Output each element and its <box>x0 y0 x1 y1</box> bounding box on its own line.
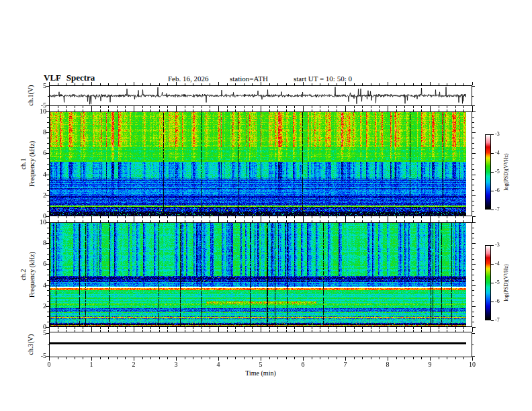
tick-mark <box>388 82 388 85</box>
tick-mark <box>46 105 49 106</box>
y-tick-label: 2 <box>30 191 46 199</box>
tick-mark <box>328 220 329 222</box>
tick-mark <box>218 328 219 332</box>
tick-mark <box>396 106 397 108</box>
tick-mark <box>202 330 202 332</box>
x-tick-label: 7 <box>337 361 353 368</box>
tick-mark <box>47 179 49 180</box>
tick-mark <box>491 264 494 265</box>
tick-mark <box>176 82 177 85</box>
tick-mark <box>320 357 320 359</box>
tick-mark <box>47 233 49 234</box>
tick-mark <box>472 127 474 128</box>
tick-mark <box>134 108 134 111</box>
tick-mark <box>261 82 261 85</box>
tick-mark <box>66 83 66 85</box>
tick-mark <box>337 216 337 218</box>
tick-mark <box>286 83 287 85</box>
tick-mark <box>244 106 245 108</box>
tick-mark <box>252 357 253 359</box>
tick-mark <box>83 83 83 85</box>
ch1-spectrogram-canvas <box>50 112 466 216</box>
tick-mark <box>447 357 447 359</box>
tick-mark <box>404 216 405 218</box>
ch1-frequency-axis-label: Frequency (kHz) <box>28 141 36 187</box>
tick-mark <box>47 275 49 275</box>
tick-mark <box>167 83 168 85</box>
tick-mark <box>227 106 228 108</box>
tick-mark <box>455 357 456 359</box>
tick-mark <box>142 220 143 222</box>
tick-mark <box>83 216 83 218</box>
tick-mark <box>210 216 210 218</box>
tick-mark <box>108 109 109 111</box>
tick-mark <box>108 357 109 359</box>
tick-mark <box>312 106 312 108</box>
tick-mark <box>47 169 49 170</box>
tick-mark <box>142 327 143 329</box>
tick-mark <box>430 328 431 332</box>
tick-mark <box>379 106 380 108</box>
tick-mark <box>447 216 447 218</box>
tick-mark <box>472 211 474 212</box>
tick-mark <box>463 357 464 359</box>
tick-mark <box>463 220 464 222</box>
tick-mark <box>47 185 49 185</box>
tick-mark <box>472 222 476 223</box>
tick-mark <box>447 106 447 108</box>
tick-mark <box>354 220 355 222</box>
tick-mark <box>100 220 101 222</box>
tick-mark <box>176 108 177 111</box>
tick-mark <box>47 201 49 201</box>
tick-mark <box>413 327 414 329</box>
ch2-spectrogram-canvas <box>50 223 466 326</box>
tick-mark <box>235 220 236 222</box>
tick-mark <box>379 216 380 218</box>
x-tick-label: 9 <box>422 361 438 368</box>
tick-mark <box>371 106 371 108</box>
colorbar-tick-label: -7 <box>495 317 506 323</box>
tick-mark <box>286 330 287 332</box>
tick-mark <box>472 82 473 85</box>
tick-mark <box>312 357 312 359</box>
tick-mark <box>345 108 346 111</box>
tick-mark <box>303 108 304 111</box>
tick-mark <box>472 195 476 196</box>
tick-mark <box>362 327 363 329</box>
tick-mark <box>185 216 185 218</box>
tick-mark <box>269 327 270 329</box>
tick-mark <box>185 220 185 222</box>
tick-mark <box>472 238 474 238</box>
tick-mark <box>472 153 476 154</box>
tick-mark <box>142 216 143 218</box>
tick-mark <box>277 106 278 108</box>
tick-mark <box>142 106 143 108</box>
tick-mark <box>388 328 388 332</box>
tick-mark <box>47 138 49 138</box>
tick-mark <box>227 109 228 111</box>
tick-mark <box>269 83 270 85</box>
tick-mark <box>100 330 101 332</box>
tick-mark <box>47 280 49 281</box>
tick-mark <box>455 327 456 329</box>
tick-mark <box>49 82 50 85</box>
tick-mark <box>47 312 49 312</box>
tick-mark <box>371 83 371 85</box>
tick-mark <box>294 83 295 85</box>
tick-mark <box>371 109 371 111</box>
tick-mark <box>328 327 329 329</box>
tick-mark <box>491 302 494 302</box>
tick-mark <box>117 109 118 111</box>
tick-mark <box>472 290 474 291</box>
y-tick-label: 10 <box>30 107 46 115</box>
tick-mark <box>235 83 236 85</box>
tick-mark <box>413 83 414 85</box>
tick-mark <box>235 357 236 359</box>
tick-mark <box>294 109 295 111</box>
tick-mark <box>261 219 261 222</box>
tick-mark <box>472 254 474 255</box>
tick-mark <box>125 109 126 111</box>
x-tick-label: 6 <box>295 361 311 368</box>
tick-mark <box>261 108 261 111</box>
tick-mark <box>439 109 439 111</box>
